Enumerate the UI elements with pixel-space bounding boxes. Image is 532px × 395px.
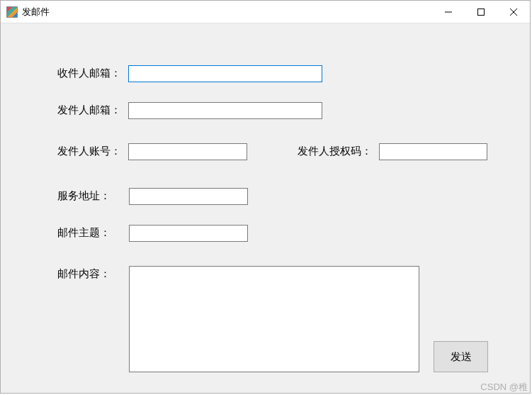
account-label: 发件人账号： [57,145,121,158]
recipient-label: 收件人邮箱： [57,67,121,80]
minimize-icon [445,9,452,16]
window-title: 发邮件 [22,6,50,18]
server-input[interactable] [129,188,248,205]
body-input[interactable] [129,266,419,372]
send-button[interactable]: 发送 [434,341,488,372]
titlebar: 发邮件 [1,1,530,23]
sender-input[interactable] [128,102,322,119]
app-window: 发邮件 收件人邮箱： 发件人邮箱： 发件人账号： 发件人授权码： 服务地址： 邮… [0,0,531,394]
account-input[interactable] [128,143,247,160]
maximize-icon [477,9,485,16]
form-content: 收件人邮箱： 发件人邮箱： 发件人账号： 发件人授权码： 服务地址： 邮件主题：… [1,23,530,393]
maximize-button[interactable] [465,1,497,23]
authcode-input[interactable] [379,143,487,160]
close-icon [510,9,517,16]
subject-label: 邮件主题： [57,226,111,240]
server-label: 服务地址： [57,189,111,203]
authcode-label: 发件人授权码： [298,145,372,158]
close-button[interactable] [497,1,530,23]
svg-rect-1 [478,9,485,15]
body-label: 邮件内容： [57,267,111,281]
recipient-input[interactable] [128,65,322,82]
minimize-button[interactable] [432,1,465,23]
subject-input[interactable] [129,225,248,242]
window-controls [432,1,530,23]
app-icon [6,6,18,18]
sender-label: 发件人邮箱： [57,104,121,117]
